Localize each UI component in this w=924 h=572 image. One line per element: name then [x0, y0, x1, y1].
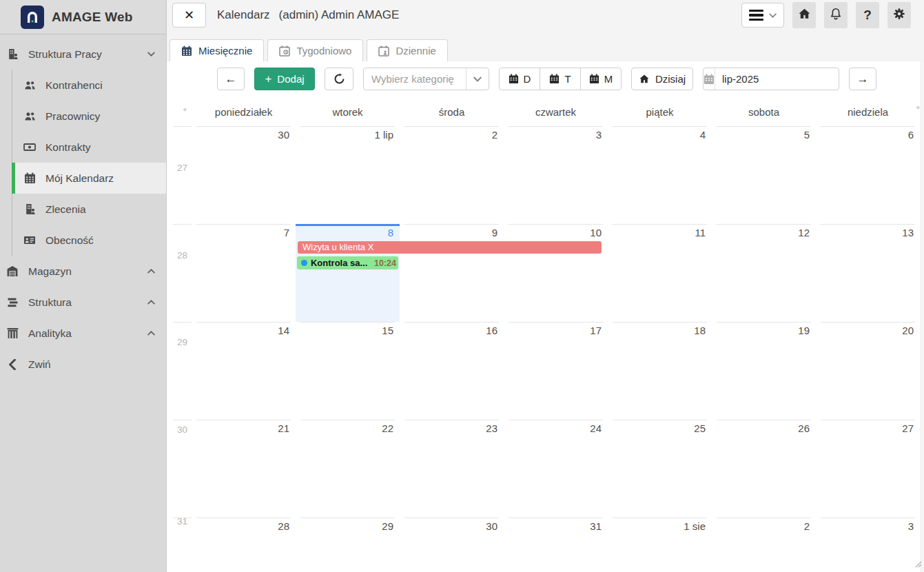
chevron-up-icon [147, 331, 155, 336]
day-cell[interactable]: 5 [712, 126, 816, 224]
category-select[interactable]: Wybierz kategorię [363, 68, 489, 90]
date-picker[interactable] [703, 68, 839, 90]
day-cell[interactable]: 26 [712, 420, 816, 518]
bell-icon [830, 8, 842, 23]
day-cell[interactable]: 24 [504, 420, 608, 518]
main-menu-button[interactable] [741, 3, 784, 28]
weekday-label: środa [400, 106, 504, 121]
day-cell[interactable]: 2 [400, 126, 504, 224]
sidebar-item-analityka[interactable]: Analityka [0, 318, 166, 349]
calendar-day-icon [378, 45, 389, 57]
category-placeholder: Wybierz kategorię [364, 73, 466, 85]
day-cell[interactable]: 2 [712, 518, 816, 572]
day-cell[interactable]: 30 [400, 518, 504, 572]
day-cell[interactable]: 18 [608, 322, 712, 420]
event-time: 10:24 [374, 258, 398, 268]
day-cell[interactable]: 29 [296, 518, 400, 572]
notifications-button[interactable] [824, 2, 848, 28]
tab-daily[interactable]: Dziennie [367, 39, 447, 61]
day-cell[interactable]: 22 [296, 420, 400, 518]
day-cell[interactable]: 17 [504, 322, 608, 420]
sidebar-item-kontrahenci[interactable]: Kontrahenci [12, 70, 166, 101]
day-cell[interactable]: 3 [816, 518, 920, 572]
today-button[interactable]: Dzisiaj [631, 68, 693, 90]
day-cell[interactable]: 23 [400, 420, 504, 518]
calendar-toolbar: ← Dodaj Wybierz kategorię [217, 68, 876, 90]
tab-weekly[interactable]: Tygodniowo [267, 39, 363, 61]
calendar-weekday-header: ° poniedziałek wtorek środa czwartek pią… [167, 100, 920, 126]
calendar-icon [549, 74, 559, 84]
sidebar-item-label: Obecność [45, 234, 94, 247]
sidebar-item-zlecenia[interactable]: Zlecenia [12, 194, 166, 225]
day-cell[interactable]: 6 [816, 126, 920, 224]
home-button[interactable] [792, 2, 816, 28]
scrollbar-track[interactable] [921, 61, 924, 572]
day-cell[interactable]: 30 [192, 126, 296, 224]
day-cell[interactable]: 20 [816, 322, 920, 420]
calendar-week-row: 27 30 1 lip 2 3 4 5 6 [167, 126, 920, 224]
view-day-button[interactable]: D [499, 68, 540, 90]
current-user-label: (admin) Admin AMAGE [279, 8, 400, 22]
day-cell[interactable]: 25 [608, 420, 712, 518]
sidebar-item-label: Pracownicy [45, 110, 100, 123]
week-number: 31 [177, 516, 187, 527]
day-cell-today[interactable]: 8 [296, 224, 400, 322]
date-picker-input[interactable] [715, 73, 859, 85]
help-button[interactable] [856, 2, 879, 28]
calendar-week-row: 30 21 22 23 24 25 26 27 [167, 420, 920, 518]
day-cell[interactable]: 27 [816, 420, 920, 518]
resize-handle-icon[interactable] [913, 558, 922, 571]
day-cell[interactable]: 13 [816, 224, 920, 322]
calendar-icon [704, 68, 715, 90]
sidebar-item-pracownicy[interactable]: Pracownicy [12, 101, 166, 132]
sidebar-item-label: Mój Kalendarz [45, 172, 114, 185]
close-button[interactable]: ✕ [172, 3, 206, 28]
calendar-week-icon [279, 45, 290, 57]
day-cell[interactable]: 12 [712, 224, 816, 322]
day-cell[interactable]: 7 [192, 224, 296, 322]
tab-monthly[interactable]: Miesięcznie [170, 39, 264, 61]
view-week-button[interactable]: T [540, 68, 581, 90]
day-cell[interactable]: 3 [504, 126, 608, 224]
prev-period-button[interactable]: ← [217, 68, 245, 90]
day-cell[interactable]: 19 [712, 322, 816, 420]
day-cell[interactable]: 9 [400, 224, 504, 322]
day-cell[interactable]: 16 [400, 322, 504, 420]
warehouse-icon [6, 265, 19, 277]
day-cell[interactable]: 31 [504, 518, 608, 572]
sidebar-item-struktura-pracy[interactable]: Struktura Pracy [0, 39, 166, 70]
weekday-label: czwartek [504, 106, 608, 121]
chevron-up-icon [147, 300, 155, 305]
day-cell[interactable]: 28 [192, 518, 296, 572]
sidebar-item-moj-kalendarz[interactable]: Mój Kalendarz [12, 163, 166, 194]
sidebar-item-obecnosc[interactable]: Obecność [12, 225, 166, 256]
settings-button[interactable] [887, 2, 911, 28]
day-cell[interactable]: 11 [608, 224, 712, 322]
day-cell[interactable]: 10 [504, 224, 608, 322]
day-cell[interactable]: 4 [608, 126, 712, 224]
add-event-button[interactable]: Dodaj [254, 68, 315, 90]
weekday-label: wtorek [296, 106, 400, 121]
day-cell[interactable]: 14 [192, 322, 296, 420]
event-timed[interactable]: Kontrola sa... 10:24 [297, 256, 398, 269]
sidebar-item-label: Zlecenia [45, 203, 86, 216]
day-cell[interactable]: 21 [192, 420, 296, 518]
tab-label: Miesięcznie [198, 45, 252, 57]
sidebar-item-kontrakty[interactable]: Kontrakty [12, 132, 166, 163]
sidebar-collapse-button[interactable]: Zwiń [0, 349, 166, 380]
calendar-week-row: 28 7 8 9 10 11 12 13 Wizyta u klienta X … [167, 224, 920, 322]
hamburger-icon [749, 10, 763, 21]
sidebar-item-magazyn[interactable]: Magazyn [0, 256, 166, 287]
event-title: Kontrola sa... [311, 258, 374, 268]
view-month-button[interactable]: M [580, 68, 622, 90]
chevron-left-icon [6, 359, 19, 370]
calendar-icon [509, 74, 519, 84]
day-cell[interactable]: 1 lip [296, 126, 400, 224]
event-multi-day[interactable]: Wizyta u klienta X [298, 241, 602, 254]
next-period-button[interactable]: → [849, 68, 876, 90]
refresh-button[interactable] [325, 68, 353, 90]
day-cell[interactable]: 1 sie [608, 518, 712, 572]
day-cell[interactable]: 15 [296, 322, 400, 420]
logo-row: AMAGE Web [0, 0, 166, 34]
sidebar-item-struktura[interactable]: Struktura [0, 287, 166, 318]
